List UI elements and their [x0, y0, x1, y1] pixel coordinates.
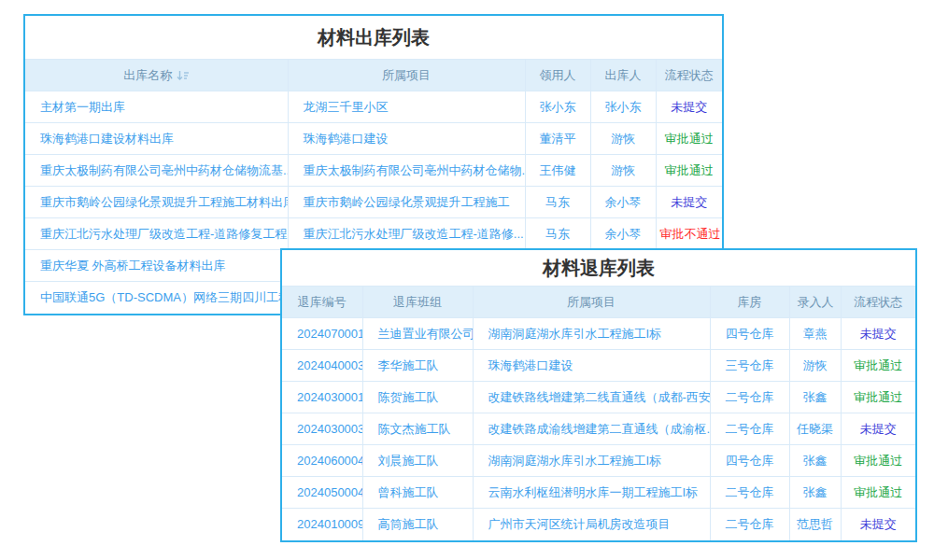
outbound-operator-cell: 余小琴 — [590, 218, 656, 250]
return-code-cell[interactable]: 2024040003 — [282, 350, 362, 382]
return-status-cell: 审批通过 — [841, 382, 915, 413]
return-table-row[interactable]: 2024050004 曾科施工队 云南水利枢纽潜明水库一期工程施工I标 二号仓库… — [282, 477, 915, 509]
return-recorder-cell: 张鑫 — [789, 382, 841, 413]
outbound-recipient-cell: 张小东 — [525, 91, 590, 123]
return-col-recorder: 录入人 — [789, 287, 841, 318]
return-team-cell: 李华施工队 — [362, 350, 473, 382]
return-status-cell: 未提交 — [841, 413, 915, 445]
return-recorder-cell: 范思哲 — [789, 509, 841, 540]
outbound-project-cell: 重庆太极制药有限公司亳州中药材仓储物... — [288, 155, 525, 187]
return-status-cell: 审批通过 — [841, 445, 915, 477]
return-recorder-cell: 章燕 — [789, 318, 841, 350]
return-recorder-cell: 张鑫 — [789, 445, 841, 477]
return-code-cell[interactable]: 2024060004 — [282, 445, 362, 477]
return-list-title: 材料退库列表 — [282, 250, 915, 286]
return-table: 退库编号 退库班组 所属项目 库房 录入人 流程状态 2024070001 兰迪… — [282, 286, 915, 540]
outbound-list-title: 材料出库列表 — [25, 16, 722, 59]
return-team-cell: 高筒施工队 — [362, 509, 473, 540]
return-warehouse-cell: 四号仓库 — [710, 445, 789, 477]
outbound-status-cell: 审批不通过 — [656, 218, 722, 250]
return-code-cell[interactable]: 2024050004 — [282, 477, 362, 509]
return-col-status: 流程状态 — [841, 287, 915, 318]
return-team-cell: 刘晨施工队 — [362, 445, 473, 477]
outbound-recipient-cell: 王伟健 — [525, 155, 590, 187]
outbound-name-cell[interactable]: 主材第一期出库 — [25, 91, 288, 123]
outbound-table-row[interactable]: 珠海鹤港口建设材料出库 珠海鹤港口建设 董清平 游恢 审批通过 — [25, 123, 722, 155]
return-project-cell: 改建铁路线增建第二线直通线（成都-西安... — [473, 382, 710, 413]
outbound-project-cell: 珠海鹤港口建设 — [288, 123, 525, 155]
outbound-col-name-label: 出库名称 — [123, 68, 172, 82]
return-project-cell: 湖南洞庭湖水库引水工程施工I标 — [473, 445, 710, 477]
return-col-code: 退库编号 — [282, 287, 362, 318]
outbound-status-cell: 未提交 — [656, 91, 722, 123]
return-status-cell: 审批通过 — [841, 350, 915, 382]
return-team-cell: 兰迪置业有限公司 — [362, 318, 473, 350]
outbound-col-project: 所属项目 — [288, 60, 525, 91]
return-project-cell: 云南水利枢纽潜明水库一期工程施工I标 — [473, 477, 710, 509]
outbound-table-row[interactable]: 主材第一期出库 龙湖三千里小区 张小东 张小东 未提交 — [25, 91, 722, 123]
outbound-operator-cell: 游恢 — [590, 123, 656, 155]
outbound-status-cell: 未提交 — [656, 187, 722, 218]
return-warehouse-cell: 二号仓库 — [710, 382, 789, 413]
outbound-project-cell: 重庆江北污水处理厂级改造工程-道路修... — [288, 218, 525, 250]
return-table-row[interactable]: 2024030003 陈文杰施工队 改建铁路成渝线增建第二直通线（成渝枢... … — [282, 413, 915, 445]
return-recorder-cell: 任晓渠 — [789, 413, 841, 445]
return-project-cell: 广州市天河区统计局机房改造项目 — [473, 509, 710, 540]
outbound-table-row[interactable]: 重庆市鹅岭公园绿化景观提升工程施工材料出库 重庆市鹅岭公园绿化景观提升工程施工 … — [25, 187, 722, 218]
return-project-cell: 改建铁路成渝线增建第二直通线（成渝枢... — [473, 413, 710, 445]
return-table-row[interactable]: 2024010009 高筒施工队 广州市天河区统计局机房改造项目 二号仓库 范思… — [282, 509, 915, 540]
return-code-cell[interactable]: 2024030003 — [282, 413, 362, 445]
outbound-name-cell[interactable]: 重庆华夏 外高桥工程设备材料出库 — [25, 250, 288, 282]
outbound-name-cell[interactable]: 珠海鹤港口建设材料出库 — [25, 123, 288, 155]
outbound-table-row[interactable]: 重庆太极制药有限公司亳州中药材仓储物流基... 重庆太极制药有限公司亳州中药材仓… — [25, 155, 722, 187]
outbound-recipient-cell: 马东 — [525, 187, 590, 218]
return-team-cell: 陈文杰施工队 — [362, 413, 473, 445]
return-code-cell[interactable]: 2024070001 — [282, 318, 362, 350]
outbound-project-cell: 龙湖三千里小区 — [288, 91, 525, 123]
return-table-row[interactable]: 2024030001 陈贺施工队 改建铁路线增建第二线直通线（成都-西安... … — [282, 382, 915, 413]
return-warehouse-cell: 三号仓库 — [710, 350, 789, 382]
return-header-row: 退库编号 退库班组 所属项目 库房 录入人 流程状态 — [282, 287, 915, 318]
outbound-col-recipient: 领用人 — [525, 60, 590, 91]
return-table-row[interactable]: 2024060004 刘晨施工队 湖南洞庭湖水库引水工程施工I标 四号仓库 张鑫… — [282, 445, 915, 477]
outbound-col-name[interactable]: 出库名称 — [25, 60, 288, 91]
outbound-operator-cell: 余小琴 — [590, 187, 656, 218]
return-code-cell[interactable]: 2024010009 — [282, 509, 362, 540]
outbound-name-cell[interactable]: 重庆江北污水处理厂级改造工程-道路修复工程... — [25, 218, 288, 250]
outbound-operator-cell: 张小东 — [590, 91, 656, 123]
outbound-name-cell[interactable]: 中国联通5G（TD-SCDMA）网络三期四川工程... — [25, 282, 288, 314]
outbound-header-row: 出库名称 所属项目 领用人 出库人 流程状态 — [25, 60, 722, 91]
return-code-cell[interactable]: 2024030001 — [282, 382, 362, 413]
outbound-status-cell: 审批通过 — [656, 155, 722, 187]
return-warehouse-cell: 二号仓库 — [710, 509, 789, 540]
outbound-col-status: 流程状态 — [656, 60, 722, 91]
return-warehouse-cell: 二号仓库 — [710, 413, 789, 445]
outbound-name-cell[interactable]: 重庆市鹅岭公园绿化景观提升工程施工材料出库 — [25, 187, 288, 218]
return-recorder-cell: 游恢 — [789, 350, 841, 382]
return-status-cell: 审批通过 — [841, 477, 915, 509]
return-status-cell: 未提交 — [841, 509, 915, 540]
outbound-project-cell: 重庆市鹅岭公园绿化景观提升工程施工 — [288, 187, 525, 218]
outbound-recipient-cell: 董清平 — [525, 123, 590, 155]
return-list-panel: 材料退库列表 退库编号 退库班组 所属项目 库房 录入人 流程状态 202407… — [280, 248, 917, 542]
return-status-cell: 未提交 — [841, 318, 915, 350]
return-team-cell: 陈贺施工队 — [362, 382, 473, 413]
outbound-recipient-cell: 马东 — [525, 218, 590, 250]
outbound-table-row[interactable]: 重庆江北污水处理厂级改造工程-道路修复工程... 重庆江北污水处理厂级改造工程-… — [25, 218, 722, 250]
page: 材料出库列表 出库名称 所属项目 领用人 出库人 流程状态 主材第一期出库 — [0, 0, 934, 560]
outbound-name-cell[interactable]: 重庆太极制药有限公司亳州中药材仓储物流基... — [25, 155, 288, 187]
return-team-cell: 曾科施工队 — [362, 477, 473, 509]
return-table-row[interactable]: 2024040003 李华施工队 珠海鹤港口建设 三号仓库 游恢 审批通过 — [282, 350, 915, 382]
return-col-team: 退库班组 — [362, 287, 473, 318]
outbound-status-cell: 审批通过 — [656, 123, 722, 155]
outbound-operator-cell: 游恢 — [590, 155, 656, 187]
return-col-warehouse: 库房 — [710, 287, 789, 318]
return-warehouse-cell: 二号仓库 — [710, 477, 789, 509]
return-recorder-cell: 张鑫 — [789, 477, 841, 509]
return-col-project: 所属项目 — [473, 287, 710, 318]
return-project-cell: 珠海鹤港口建设 — [473, 350, 710, 382]
sort-descending-icon[interactable] — [177, 70, 189, 84]
return-table-row[interactable]: 2024070001 兰迪置业有限公司 湖南洞庭湖水库引水工程施工I标 四号仓库… — [282, 318, 915, 350]
return-warehouse-cell: 四号仓库 — [710, 318, 789, 350]
outbound-col-operator: 出库人 — [590, 60, 656, 91]
